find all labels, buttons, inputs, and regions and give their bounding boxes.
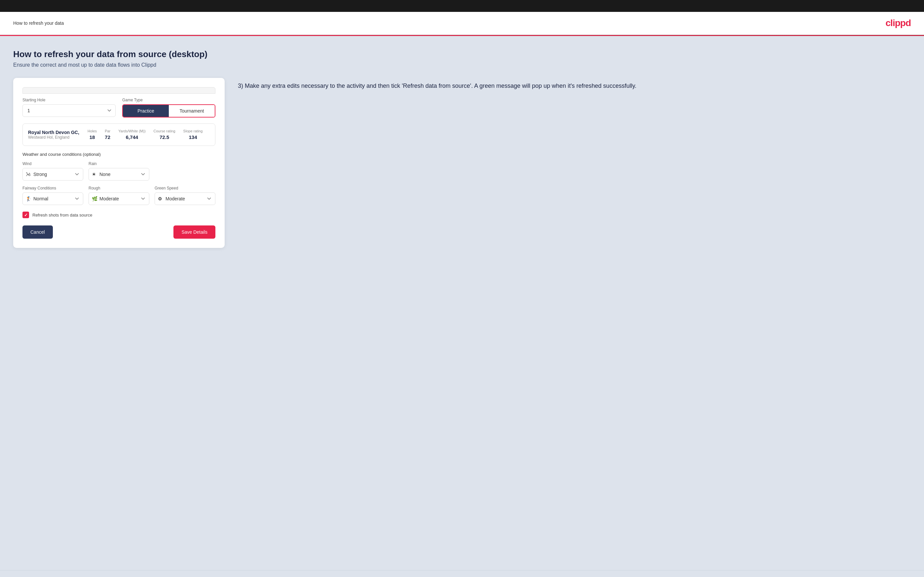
rough-select-wrapper: 🌿 Moderate Light Heavy [89, 192, 149, 205]
green-speed-select[interactable]: Moderate Slow Fast [155, 192, 215, 205]
fairway-label: Fairway Conditions [23, 186, 83, 190]
wind-label: Wind [23, 161, 83, 166]
fairway-select[interactable]: Normal Soft Hard [23, 192, 83, 205]
starting-hole-group: Starting Hole 1 2 10 [23, 98, 116, 118]
yards-stat: Yards/White (M)) 6,744 [118, 129, 145, 140]
save-button[interactable]: Save Details [173, 226, 215, 239]
course-card: Royal North Devon GC, Westward Hol, Engl… [23, 124, 215, 146]
page-title: How to refresh your data from source (de… [13, 49, 911, 60]
course-name: Royal North Devon GC, [28, 130, 81, 135]
slope-rating-label: Slope rating [183, 129, 203, 133]
header: How to refresh your data clippd [0, 12, 924, 35]
refresh-checkbox[interactable]: ✓ [23, 211, 29, 218]
instruction-text: 3) Make any extra edits necessary to the… [238, 81, 911, 91]
wind-rain-row: Wind 🌬 Strong Light None Rain ☀ [23, 161, 215, 181]
rain-select[interactable]: None Light Heavy [89, 168, 149, 181]
yards-value: 6,744 [126, 134, 139, 140]
course-stats: Holes 18 Par 72 Yards/White (M)) 6,744 [87, 129, 210, 140]
holes-stat: Holes 18 [87, 129, 97, 140]
green-speed-group: Green Speed ⚙ Moderate Slow Fast [155, 186, 215, 205]
header-title: How to refresh your data [13, 21, 64, 26]
rain-group: Rain ☀ None Light Heavy [89, 161, 149, 181]
game-type-toggle: Practice Tournament [122, 104, 215, 118]
wind-select[interactable]: Strong Light None [23, 168, 83, 181]
cancel-button[interactable]: Cancel [23, 226, 53, 239]
checkmark-icon: ✓ [24, 213, 28, 217]
course-rating-value: 72.5 [160, 134, 169, 140]
course-location: Westward Hol, England [28, 135, 81, 140]
main-content: How to refresh your data from source (de… [0, 36, 924, 570]
fairway-group: Fairway Conditions 🏌 Normal Soft Hard [23, 186, 83, 205]
refresh-checkbox-row: ✓ Refresh shots from data source [23, 211, 215, 218]
course-rating-label: Course rating [153, 129, 175, 133]
rain-label: Rain [89, 161, 149, 166]
par-label: Par [105, 129, 110, 133]
rough-select[interactable]: Moderate Light Heavy [89, 192, 149, 205]
tab-placeholder [23, 87, 215, 94]
starting-hole-game-type-row: Starting Hole 1 2 10 Game Type Practice … [23, 98, 215, 118]
yards-label: Yards/White (M)) [118, 129, 145, 133]
rain-select-wrapper: ☀ None Light Heavy [89, 168, 149, 181]
tournament-button[interactable]: Tournament [169, 105, 215, 117]
form-panel: Starting Hole 1 2 10 Game Type Practice … [13, 78, 225, 248]
action-row: Cancel Save Details [23, 226, 215, 239]
fairway-rough-green-row: Fairway Conditions 🏌 Normal Soft Hard Ro… [23, 186, 215, 205]
game-type-group: Game Type Practice Tournament [122, 98, 215, 118]
par-stat: Par 72 [105, 129, 110, 140]
holes-value: 18 [89, 134, 95, 140]
slope-rating-value: 134 [189, 134, 197, 140]
holes-label: Holes [87, 129, 97, 133]
green-speed-select-wrapper: ⚙ Moderate Slow Fast [155, 192, 215, 205]
practice-button[interactable]: Practice [123, 105, 169, 117]
logo: clippd [886, 18, 911, 28]
slope-rating-stat: Slope rating 134 [183, 129, 203, 140]
page-subtitle: Ensure the correct and most up to date d… [13, 62, 911, 68]
course-name-area: Royal North Devon GC, Westward Hol, Engl… [28, 130, 81, 140]
top-bar [0, 0, 924, 12]
green-speed-label: Green Speed [155, 186, 215, 190]
course-rating-stat: Course rating 72.5 [153, 129, 175, 140]
instruction-panel: 3) Make any extra edits necessary to the… [238, 78, 911, 94]
rough-label: Rough [89, 186, 149, 190]
wind-select-wrapper: 🌬 Strong Light None [23, 168, 83, 181]
wind-group: Wind 🌬 Strong Light None [23, 161, 83, 181]
starting-hole-label: Starting Hole [23, 98, 116, 102]
weather-section-title: Weather and course conditions (optional) [23, 152, 215, 157]
rough-group: Rough 🌿 Moderate Light Heavy [89, 186, 149, 205]
game-type-label: Game Type [122, 98, 215, 102]
starting-hole-select[interactable]: 1 2 10 [23, 104, 116, 117]
par-value: 72 [105, 134, 110, 140]
refresh-checkbox-label: Refresh shots from data source [32, 213, 92, 218]
course-info: Royal North Devon GC, Westward Hol, Engl… [28, 129, 210, 140]
content-area: Starting Hole 1 2 10 Game Type Practice … [13, 78, 911, 248]
spacer-group [155, 161, 215, 181]
fairway-select-wrapper: 🏌 Normal Soft Hard [23, 192, 83, 205]
footer: Copyright Clippd 2022 [0, 570, 924, 577]
